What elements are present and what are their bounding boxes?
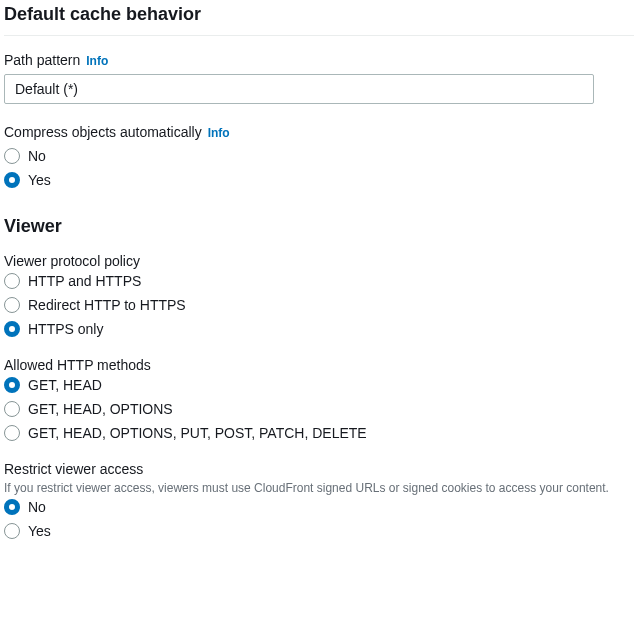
methods-option-get-head-options[interactable]: GET, HEAD, OPTIONS (4, 401, 634, 417)
radio-icon (4, 425, 20, 441)
restrict-access-field: Restrict viewer access If you restrict v… (4, 461, 634, 539)
radio-label: Yes (28, 172, 51, 188)
http-methods-label: Allowed HTTP methods (4, 357, 634, 373)
radio-icon (4, 273, 20, 289)
protocol-policy-field: Viewer protocol policy HTTP and HTTPS Re… (4, 253, 634, 337)
radio-label: HTTPS only (28, 321, 103, 337)
radio-icon (4, 172, 20, 188)
radio-icon (4, 297, 20, 313)
path-pattern-input[interactable] (4, 74, 594, 104)
radio-label: Redirect HTTP to HTTPS (28, 297, 186, 313)
methods-option-get-head[interactable]: GET, HEAD (4, 377, 634, 393)
radio-label: No (28, 148, 46, 164)
protocol-policy-label: Viewer protocol policy (4, 253, 634, 269)
methods-option-all[interactable]: GET, HEAD, OPTIONS, PUT, POST, PATCH, DE… (4, 425, 634, 441)
compress-label: Compress objects automatically (4, 124, 202, 140)
radio-icon (4, 499, 20, 515)
protocol-option-redirect[interactable]: Redirect HTTP to HTTPS (4, 297, 634, 313)
section-title: Default cache behavior (4, 4, 634, 36)
radio-label: GET, HEAD, OPTIONS (28, 401, 173, 417)
radio-label: No (28, 499, 46, 515)
compress-field: Compress objects automatically Info No Y… (4, 124, 634, 188)
protocol-option-https-only[interactable]: HTTPS only (4, 321, 634, 337)
path-pattern-label: Path pattern (4, 52, 80, 68)
path-pattern-info-link[interactable]: Info (86, 54, 108, 68)
restrict-option-yes[interactable]: Yes (4, 523, 634, 539)
http-methods-field: Allowed HTTP methods GET, HEAD GET, HEAD… (4, 357, 634, 441)
radio-label: HTTP and HTTPS (28, 273, 141, 289)
protocol-option-http-and-https[interactable]: HTTP and HTTPS (4, 273, 634, 289)
restrict-option-no[interactable]: No (4, 499, 634, 515)
compress-option-yes[interactable]: Yes (4, 172, 634, 188)
radio-icon (4, 401, 20, 417)
radio-icon (4, 377, 20, 393)
radio-label: GET, HEAD (28, 377, 102, 393)
restrict-access-help: If you restrict viewer access, viewers m… (4, 481, 634, 495)
path-pattern-field: Path pattern Info (4, 52, 634, 104)
viewer-section-title: Viewer (4, 216, 634, 237)
radio-icon (4, 148, 20, 164)
radio-label: Yes (28, 523, 51, 539)
radio-icon (4, 321, 20, 337)
compress-info-link[interactable]: Info (208, 126, 230, 140)
restrict-access-label: Restrict viewer access (4, 461, 634, 477)
radio-icon (4, 523, 20, 539)
radio-label: GET, HEAD, OPTIONS, PUT, POST, PATCH, DE… (28, 425, 367, 441)
compress-option-no[interactable]: No (4, 148, 634, 164)
